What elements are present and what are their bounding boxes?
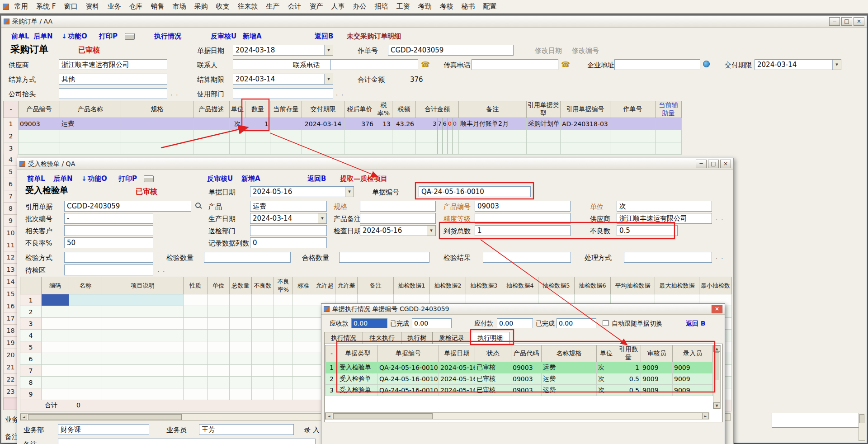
settle-method-input[interactable]: 其他 — [59, 74, 167, 85]
prev-doc-button[interactable]: 前单L — [11, 32, 29, 41]
arrived-total-input[interactable]: 1 — [475, 225, 571, 236]
column-header[interactable]: 作单号 — [610, 101, 656, 118]
table-cell[interactable]: 顺丰月付账单2月 — [459, 118, 527, 130]
unit-input[interactable]: 次 — [617, 201, 712, 212]
column-header[interactable]: 性质 — [184, 277, 208, 294]
close-button[interactable]: × — [720, 160, 731, 168]
table-cell[interactable]: 运费 — [542, 362, 597, 373]
table-row[interactable]: 1受入检验单QA-24-05-16-00102024-05-16已审核09003… — [326, 362, 713, 373]
column-header[interactable]: 抽检数据2 — [430, 277, 466, 294]
search-icon[interactable] — [195, 203, 202, 209]
table-cell[interactable] — [392, 130, 416, 142]
row-number[interactable]: 3 — [4, 142, 19, 155]
delivery-deadline-input[interactable]: 2024-03-14▾ — [755, 59, 841, 70]
table-cell[interactable] — [102, 306, 184, 318]
pay-done-input[interactable]: 0.00 — [557, 318, 596, 328]
table-cell[interactable] — [102, 330, 184, 341]
table-cell[interactable] — [42, 388, 69, 400]
more-dots[interactable]: . . — [716, 254, 724, 260]
settle-term-input[interactable]: 2024-03-14▾ — [233, 74, 333, 85]
table-cell[interactable] — [184, 388, 208, 400]
table-cell[interactable] — [293, 377, 314, 388]
table-cell[interactable] — [610, 130, 656, 142]
menu-item[interactable]: 人事 — [327, 2, 349, 11]
exec-hscrollbar[interactable]: ◄ ► — [325, 412, 709, 420]
table-cell[interactable] — [102, 318, 184, 330]
table-cell[interactable] — [302, 130, 344, 142]
menu-item[interactable]: 常用 — [10, 2, 32, 11]
menu-item[interactable]: 往来款 — [233, 2, 262, 11]
table-cell[interactable]: 9009 — [673, 385, 713, 396]
table-cell[interactable] — [252, 377, 274, 388]
row-number[interactable]: 7 — [20, 365, 42, 377]
table-cell[interactable] — [230, 130, 245, 142]
menu-item[interactable]: 生产 — [262, 2, 283, 11]
table-row[interactable]: 3受入检验单QA-24-05-16-00102024-05-16已审核09003… — [326, 385, 713, 396]
table-cell[interactable] — [656, 142, 682, 155]
table-cell[interactable]: AD-240318-03 — [561, 118, 610, 130]
column-header[interactable]: 单位 — [230, 101, 245, 118]
table-cell[interactable]: 2024-05-16 — [439, 385, 475, 396]
table-cell[interactable] — [274, 388, 293, 400]
printer-icon[interactable] — [125, 33, 135, 40]
table-cell[interactable] — [230, 353, 252, 365]
back-button[interactable]: 返回B — [315, 32, 333, 41]
column-header[interactable]: 税后单价 — [344, 101, 375, 118]
table-cell[interactable] — [293, 318, 314, 330]
table-cell[interactable] — [102, 365, 184, 377]
extract-qc-items-button[interactable]: 提取—质检项目 — [340, 175, 387, 183]
row-number[interactable]: 2 — [4, 130, 19, 142]
doc-no-input[interactable]: QA-24-05-16-0010 — [419, 186, 531, 197]
calendar-dropdown-icon[interactable]: ▾ — [324, 45, 333, 55]
column-header[interactable]: 单据编号 — [378, 345, 439, 362]
table-cell[interactable] — [270, 130, 302, 142]
column-header[interactable]: 单位 — [208, 277, 230, 294]
scrollbar-thumb[interactable] — [28, 414, 182, 420]
menu-item[interactable]: 市场 — [168, 2, 190, 11]
table-cell[interactable] — [392, 142, 416, 155]
table-cell[interactable]: 09003 — [511, 373, 542, 385]
supplier-input[interactable]: 浙江顺丰速运有限公司 — [59, 59, 167, 70]
row-number[interactable]: 4 — [3, 154, 18, 166]
table-cell[interactable] — [274, 341, 293, 353]
maximize-button[interactable]: □ — [708, 160, 719, 168]
table-cell[interactable] — [184, 353, 208, 365]
send-dept-input[interactable] — [250, 225, 327, 236]
table-cell[interactable] — [42, 365, 69, 377]
table-cell[interactable]: 9009 — [673, 362, 713, 373]
fax-input[interactable] — [472, 59, 558, 70]
prev-doc-button[interactable]: 前单L — [27, 175, 45, 183]
table-cell[interactable] — [42, 377, 69, 388]
column-header[interactable]: 抽检数据5 — [538, 277, 575, 294]
table-cell[interactable] — [230, 388, 252, 400]
table-cell[interactable] — [230, 294, 252, 306]
table-row[interactable]: 2 — [4, 130, 682, 142]
row-number[interactable]: 9 — [3, 215, 18, 227]
table-cell[interactable] — [69, 365, 102, 377]
column-header[interactable]: 产品名称 — [60, 101, 121, 118]
table-cell[interactable] — [69, 341, 102, 353]
scroll-up-icon[interactable]: ▲ — [713, 345, 720, 352]
column-header[interactable]: 产品编号 — [19, 101, 60, 118]
column-header[interactable]: 备注 — [459, 101, 527, 118]
table-cell[interactable] — [527, 130, 561, 142]
column-header[interactable]: 允许超 — [314, 277, 335, 294]
print-button[interactable]: 打印P — [118, 175, 137, 183]
recv-done-input[interactable]: 0.00 — [412, 318, 452, 328]
table-cell[interactable] — [230, 318, 252, 330]
row-number[interactable]: 18 — [3, 325, 18, 337]
next-doc-button[interactable]: 后单N — [53, 175, 73, 183]
table-cell[interactable] — [293, 365, 314, 377]
column-header[interactable]: 抽检数据1 — [394, 277, 430, 294]
column-header[interactable]: 产品描述 — [193, 101, 230, 118]
table-cell[interactable] — [293, 294, 314, 306]
handle-input[interactable] — [624, 252, 712, 263]
row-number[interactable]: 5 — [20, 341, 42, 353]
more-dots[interactable]: . . — [716, 215, 724, 222]
menu-item[interactable]: 招培 — [370, 2, 392, 11]
table-cell[interactable] — [252, 341, 274, 353]
add-button[interactable]: 新增A — [243, 32, 262, 41]
row-number[interactable]: 9 — [20, 388, 42, 400]
table-cell[interactable]: 9009 — [641, 373, 673, 385]
table-cell[interactable]: 09003 — [19, 118, 60, 130]
